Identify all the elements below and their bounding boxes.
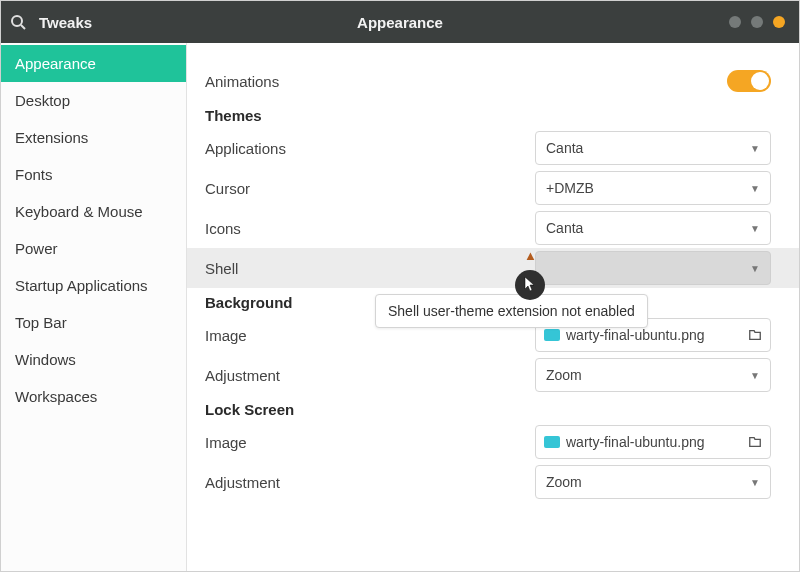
sidebar-item-label: Workspaces: [15, 388, 97, 405]
sidebar-item-workspaces[interactable]: Workspaces: [1, 378, 186, 415]
themes-cursor-row: Cursor +DMZB ▼: [205, 168, 771, 208]
shell-label: Shell: [205, 260, 535, 277]
section-lockscreen-title: Lock Screen: [205, 395, 771, 422]
sidebar-item-desktop[interactable]: Desktop: [1, 82, 186, 119]
background-image-label: Image: [205, 327, 535, 344]
sidebar-item-extensions[interactable]: Extensions: [1, 119, 186, 156]
close-button[interactable]: [773, 16, 785, 28]
background-adjustment-row: Adjustment Zoom ▼: [205, 355, 771, 395]
themes-icons-row: Icons Canta ▼: [205, 208, 771, 248]
sidebar-item-label: Power: [15, 240, 58, 257]
animations-row: Animations: [205, 61, 771, 101]
toggle-knob: [751, 72, 769, 90]
lockscreen-adjustment-label: Adjustment: [205, 474, 535, 491]
lockscreen-image-row: Image warty-final-ubuntu.png: [205, 422, 771, 462]
icons-value: Canta: [546, 220, 583, 236]
chevron-down-icon: ▼: [750, 477, 760, 488]
chevron-down-icon: ▼: [750, 183, 760, 194]
shell-dropdown: ▼: [535, 251, 771, 285]
page-title: Appearance: [1, 14, 799, 31]
sidebar-item-label: Appearance: [15, 55, 96, 72]
sidebar-item-label: Extensions: [15, 129, 88, 146]
sidebar-item-keyboard-mouse[interactable]: Keyboard & Mouse: [1, 193, 186, 230]
window-controls: [729, 16, 799, 28]
sidebar-item-power[interactable]: Power: [1, 230, 186, 267]
search-icon[interactable]: [1, 14, 35, 30]
icons-dropdown[interactable]: Canta ▼: [535, 211, 771, 245]
lockscreen-image-label: Image: [205, 434, 535, 451]
background-adjustment-label: Adjustment: [205, 367, 535, 384]
background-image-value: warty-final-ubuntu.png: [566, 327, 705, 343]
image-thumb-icon: [544, 436, 560, 448]
image-thumb-icon: [544, 329, 560, 341]
sidebar: Appearance Desktop Extensions Fonts Keyb…: [1, 43, 187, 571]
sidebar-item-appearance[interactable]: Appearance: [1, 45, 186, 82]
animations-label: Animations: [205, 73, 535, 90]
sidebar-item-fonts[interactable]: Fonts: [1, 156, 186, 193]
titlebar: Tweaks Appearance: [1, 1, 799, 43]
file-open-icon: [748, 328, 762, 342]
lockscreen-image-value: warty-final-ubuntu.png: [566, 434, 705, 450]
tweaks-window: Tweaks Appearance Appearance Desktop Ext…: [0, 0, 800, 572]
lockscreen-adjustment-dropdown[interactable]: Zoom ▼: [535, 465, 771, 499]
app-title: Tweaks: [39, 14, 92, 31]
lockscreen-image-picker[interactable]: warty-final-ubuntu.png: [535, 425, 771, 459]
cursor-label: Cursor: [205, 180, 535, 197]
animations-toggle[interactable]: [727, 70, 771, 92]
section-themes-title: Themes: [205, 101, 771, 128]
chevron-down-icon: ▼: [750, 263, 760, 274]
cursor-indicator: [515, 270, 545, 300]
svg-point-0: [12, 16, 22, 26]
shell-tooltip: Shell user-theme extension not enabled: [375, 294, 648, 328]
svg-line-1: [21, 25, 25, 29]
chevron-down-icon: ▼: [750, 143, 760, 154]
sidebar-item-label: Keyboard & Mouse: [15, 203, 143, 220]
cursor-dropdown[interactable]: +DMZB ▼: [535, 171, 771, 205]
applications-label: Applications: [205, 140, 535, 157]
sidebar-item-label: Fonts: [15, 166, 53, 183]
minimize-button[interactable]: [729, 16, 741, 28]
sidebar-item-label: Windows: [15, 351, 76, 368]
background-adjustment-dropdown[interactable]: Zoom ▼: [535, 358, 771, 392]
icons-label: Icons: [205, 220, 535, 237]
themes-shell-row: Shell ▲ ▼: [187, 248, 799, 288]
chevron-down-icon: ▼: [750, 370, 760, 381]
warning-icon: ▲: [524, 248, 537, 263]
file-open-icon: [748, 435, 762, 449]
sidebar-item-label: Desktop: [15, 92, 70, 109]
applications-value: Canta: [546, 140, 583, 156]
lockscreen-adjustment-row: Adjustment Zoom ▼: [205, 462, 771, 502]
sidebar-item-top-bar[interactable]: Top Bar: [1, 304, 186, 341]
sidebar-item-windows[interactable]: Windows: [1, 341, 186, 378]
lockscreen-adjustment-value: Zoom: [546, 474, 582, 490]
sidebar-item-startup-applications[interactable]: Startup Applications: [1, 267, 186, 304]
sidebar-item-label: Startup Applications: [15, 277, 148, 294]
sidebar-item-label: Top Bar: [15, 314, 67, 331]
applications-dropdown[interactable]: Canta ▼: [535, 131, 771, 165]
themes-applications-row: Applications Canta ▼: [205, 128, 771, 168]
maximize-button[interactable]: [751, 16, 763, 28]
chevron-down-icon: ▼: [750, 223, 760, 234]
cursor-value: +DMZB: [546, 180, 594, 196]
background-adjustment-value: Zoom: [546, 367, 582, 383]
